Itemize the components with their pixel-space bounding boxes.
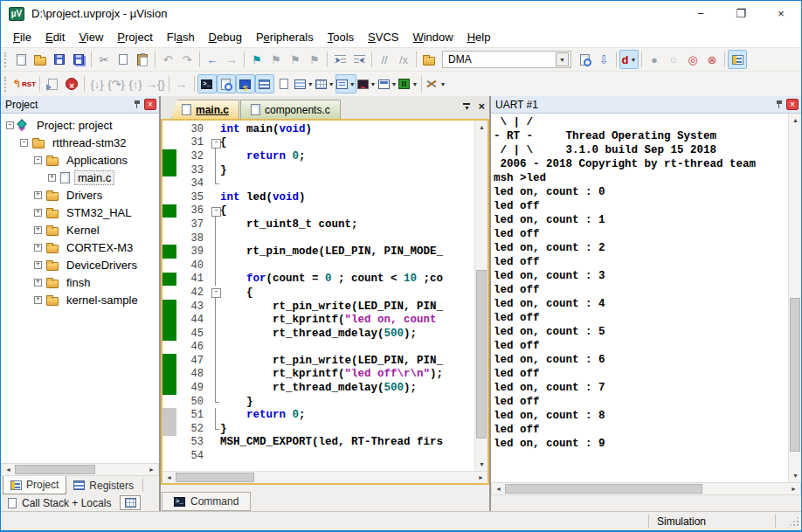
- gutter-cell[interactable]: [162, 122, 179, 136]
- menu-flash[interactable]: Flash: [160, 28, 202, 46]
- tab-components-c[interactable]: components.c: [240, 100, 341, 119]
- editor-hscrollbar[interactable]: ◄ ►: [162, 471, 487, 483]
- search-dropdown-icon[interactable]: ▼: [556, 52, 569, 66]
- menu-peripherals[interactable]: Peripherals: [249, 28, 321, 46]
- expander-icon[interactable]: +: [34, 296, 42, 304]
- gutter-cell[interactable]: [162, 163, 179, 177]
- indent-button[interactable]: [330, 50, 349, 69]
- find-in-files-button[interactable]: [575, 50, 594, 69]
- expander-icon[interactable]: +: [34, 191, 42, 199]
- uart-vscrollbar[interactable]: ▲ ▼: [788, 114, 801, 482]
- analysis-window-button[interactable]: ▼: [356, 74, 377, 93]
- gutter-cell[interactable]: [162, 231, 179, 245]
- tree-item-finsh[interactable]: +finsh: [1, 273, 159, 291]
- undo-button[interactable]: ↶: [158, 50, 177, 69]
- gutter-cell[interactable]: [162, 313, 179, 327]
- menu-tools[interactable]: Tools: [321, 28, 361, 46]
- menu-help[interactable]: Help: [460, 28, 498, 46]
- dropdown-icon[interactable]: ▼: [391, 81, 398, 87]
- scroll-right-icon[interactable]: ►: [787, 483, 800, 494]
- scroll-left-icon[interactable]: ◄: [162, 472, 176, 483]
- scroll-thumb[interactable]: [505, 484, 702, 494]
- close-button[interactable]: ×: [761, 1, 801, 26]
- run-to-cursor-button[interactable]: →{}: [145, 74, 166, 93]
- tree-item-main-c[interactable]: +main.c: [1, 169, 159, 186]
- gutter-cell[interactable]: [162, 149, 179, 163]
- scroll-thumb[interactable]: [790, 298, 800, 452]
- tree-item-project-project[interactable]: -Project: project: [1, 116, 159, 134]
- gutter-cell[interactable]: [162, 449, 179, 463]
- scroll-right-icon[interactable]: ►: [474, 472, 487, 483]
- cut-button[interactable]: ✂: [94, 50, 114, 69]
- disable-all-breakpoints-button[interactable]: ◎: [683, 50, 702, 69]
- navigate-back-button[interactable]: ←: [203, 50, 222, 69]
- menu-window[interactable]: Window: [405, 28, 460, 46]
- menu-project[interactable]: Project: [110, 28, 159, 46]
- dropdown-icon[interactable]: ▼: [370, 81, 377, 87]
- dropdown-icon[interactable]: ▼: [411, 81, 418, 87]
- gutter-cell[interactable]: [162, 368, 179, 382]
- open-file-button[interactable]: [31, 50, 50, 69]
- clear-bookmarks-button[interactable]: ⚑: [305, 50, 324, 69]
- outdent-button[interactable]: [349, 50, 369, 69]
- project-close-icon[interactable]: ×: [144, 99, 156, 110]
- insert-breakpoint-button[interactable]: ●: [645, 50, 664, 69]
- gutter-cell[interactable]: [162, 354, 179, 368]
- tab-command[interactable]: Command: [162, 492, 251, 511]
- reset-button[interactable]: ↰RST: [11, 74, 37, 93]
- save-all-button[interactable]: [69, 50, 88, 69]
- tab-memory[interactable]: [120, 495, 141, 510]
- gutter-cell[interactable]: [162, 136, 179, 150]
- menu-file[interactable]: File: [6, 28, 38, 46]
- new-file-button[interactable]: [11, 50, 31, 69]
- pin-icon[interactable]: [134, 100, 141, 109]
- symbols-window-button[interactable]: [236, 74, 255, 93]
- kill-all-breakpoints-button[interactable]: ⊗: [702, 50, 722, 69]
- maximize-button[interactable]: ❐: [721, 1, 761, 26]
- gutter-cell[interactable]: [162, 327, 179, 341]
- expander-icon[interactable]: +: [34, 244, 42, 252]
- scroll-thumb[interactable]: [176, 473, 254, 482]
- fold-marker[interactable]: [211, 136, 220, 150]
- registers-window-button[interactable]: [255, 74, 274, 93]
- search-combobox[interactable]: DMA▼: [442, 51, 571, 68]
- gutter-cell[interactable]: [162, 300, 179, 314]
- gutter-cell[interactable]: [162, 408, 179, 422]
- dropdown-icon[interactable]: ▼: [349, 81, 356, 87]
- scroll-up-icon[interactable]: ▲: [475, 121, 488, 134]
- system-viewer-button[interactable]: ▼: [398, 74, 418, 93]
- tab-list-icon[interactable]: ▼: [463, 103, 470, 110]
- tab-main-c[interactable]: main.c: [171, 100, 239, 119]
- comment-button[interactable]: //: [375, 50, 394, 69]
- tree-item-devicedrivers[interactable]: +DeviceDrivers: [1, 256, 159, 273]
- scroll-left-icon[interactable]: ◄: [492, 483, 505, 494]
- gutter-cell[interactable]: [162, 259, 179, 273]
- tree-item-drivers[interactable]: +Drivers: [1, 186, 159, 204]
- toolbar-grip[interactable]: [4, 52, 8, 67]
- gutter-cell[interactable]: [162, 341, 179, 355]
- tree-item-kernel-sample[interactable]: +kernel-sample: [1, 291, 159, 308]
- start-stop-debug-button[interactable]: d▼: [619, 50, 639, 69]
- gutter-cell[interactable]: [162, 381, 179, 395]
- uncomment-button[interactable]: /x: [394, 50, 413, 69]
- uart-close-icon[interactable]: ×: [786, 99, 799, 110]
- expander-icon[interactable]: +: [34, 279, 42, 287]
- trace-window-button[interactable]: ▼: [377, 74, 398, 93]
- gutter-cell[interactable]: [162, 286, 179, 300]
- incremental-find-button[interactable]: ⇩: [594, 50, 613, 69]
- disassembly-window-button[interactable]: [217, 74, 236, 93]
- toolbox-button[interactable]: ▼: [425, 74, 446, 93]
- scroll-down-icon[interactable]: ▼: [789, 469, 802, 482]
- gutter-cell[interactable]: [162, 395, 179, 409]
- menu-debug[interactable]: Debug: [202, 28, 249, 46]
- scroll-down-icon[interactable]: ▼: [475, 458, 488, 471]
- step-over-button[interactable]: {↷}: [107, 74, 126, 93]
- scroll-up-icon[interactable]: ▲: [789, 114, 802, 127]
- serial-window-button[interactable]: ▼: [335, 74, 356, 93]
- toolbar-grip[interactable]: [4, 77, 8, 92]
- tab-call-stack-locals[interactable]: Call Stack + Locals: [22, 497, 111, 509]
- minimize-button[interactable]: −: [681, 1, 721, 26]
- find-in-files-folder-icon[interactable]: [419, 50, 439, 69]
- dropdown-icon[interactable]: ▼: [439, 81, 446, 87]
- gutter-cell[interactable]: [162, 176, 179, 190]
